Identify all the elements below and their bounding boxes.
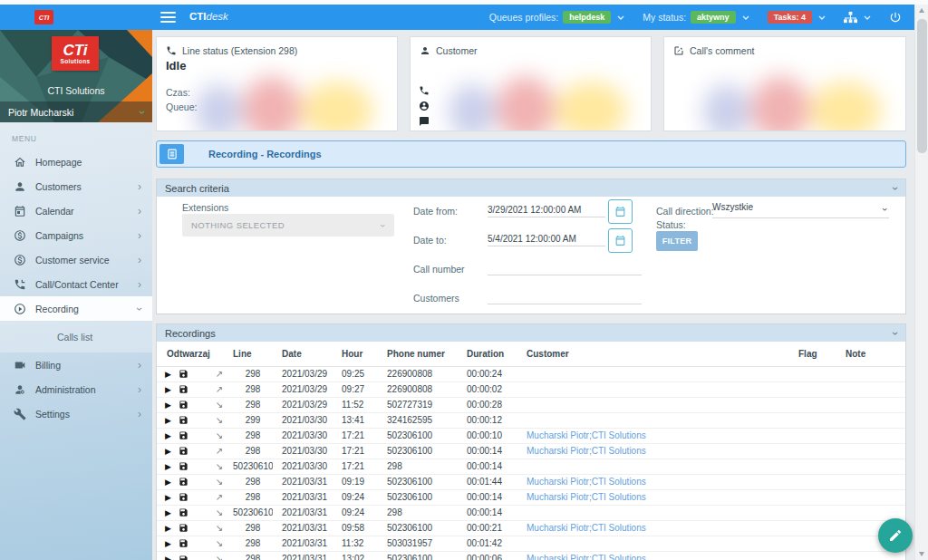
save-icon[interactable] xyxy=(179,461,188,471)
date-to-calendar-button[interactable] xyxy=(608,228,633,253)
chevron-down-icon[interactable] xyxy=(742,15,749,20)
play-button[interactable]: ▶ xyxy=(165,385,171,394)
play-button[interactable]: ▶ xyxy=(165,508,171,517)
cell-line: 298 xyxy=(233,443,273,459)
save-icon[interactable] xyxy=(179,523,188,533)
save-icon[interactable] xyxy=(179,369,188,379)
edit-fab-button[interactable] xyxy=(878,518,913,553)
call-direction-select[interactable]: Wszystkie › xyxy=(712,202,889,218)
save-icon[interactable] xyxy=(179,492,188,502)
save-icon[interactable] xyxy=(179,507,188,517)
call-number-input[interactable] xyxy=(488,261,642,275)
cell-date: 2021/03/31 xyxy=(273,536,338,551)
save-icon[interactable] xyxy=(179,415,188,425)
recording-row: ▶↘2982021/03/3109:5850230610000:00:21Muc… xyxy=(157,520,905,536)
recordings-header[interactable]: Recordings › xyxy=(157,324,905,342)
scroll-up-arrow[interactable] xyxy=(919,8,924,13)
call-direction-label: Call direction: xyxy=(656,206,714,217)
play-button[interactable]: ▶ xyxy=(165,416,171,425)
recording-row: ▶↗2982021/03/3017:2150230610000:00:14Muc… xyxy=(157,443,905,459)
cell-note xyxy=(846,397,905,412)
sidebar-item-call-contact-center[interactable]: Call/Contact Center› xyxy=(0,272,152,296)
cell-date: 2021/03/30 xyxy=(273,443,338,459)
cell-customer[interactable]: Mucharski Piotr;CTI Solutions xyxy=(521,428,791,443)
cell-phone: 324162595 xyxy=(380,412,458,428)
cell-customer[interactable]: Mucharski Piotr;CTI Solutions xyxy=(521,443,791,459)
save-icon[interactable] xyxy=(179,446,188,456)
date-to-input[interactable] xyxy=(488,232,605,246)
scrollbar-thumb[interactable] xyxy=(917,19,927,153)
date-from-calendar-button[interactable] xyxy=(608,199,633,224)
chevron-down-icon[interactable] xyxy=(818,15,826,20)
cell-line: 298 xyxy=(233,536,273,551)
cell-duration: 00:00:10 xyxy=(458,428,521,443)
page-scrollbar[interactable] xyxy=(914,5,928,560)
col-odtwarzaj: Odtwarzaj xyxy=(157,342,233,366)
sidebar-item-administration[interactable]: Administration› xyxy=(0,377,152,401)
date-from-input[interactable] xyxy=(488,203,605,217)
play-button[interactable]: ▶ xyxy=(165,478,171,487)
save-icon[interactable] xyxy=(179,400,188,410)
sidebar: CTi Solutions CTI Solutions Piotr Muchar… xyxy=(0,30,152,560)
inbound-call-arrow-icon: ↘ xyxy=(216,430,223,440)
power-icon[interactable] xyxy=(889,11,902,24)
sidebar-item-customers[interactable]: Customers› xyxy=(0,174,152,198)
cell-line: 298 xyxy=(233,474,273,489)
play-button[interactable]: ▶ xyxy=(165,447,171,456)
sidebar-item-calendar[interactable]: Calendar› xyxy=(0,198,152,223)
tasks-badge[interactable]: Tasks: 4 xyxy=(768,11,812,24)
queues-profile-badge[interactable]: helpdesk xyxy=(563,11,611,24)
sidebar-item-homepage[interactable]: Homepage xyxy=(0,150,152,174)
play-button[interactable]: ▶ xyxy=(165,462,171,471)
play-button[interactable]: ▶ xyxy=(165,555,171,560)
play-button[interactable]: ▶ xyxy=(165,370,171,379)
cell-customer[interactable]: Mucharski Piotr;CTI Solutions xyxy=(521,489,791,505)
cell-customer[interactable]: Mucharski Piotr;CTI Solutions xyxy=(521,520,791,536)
save-icon[interactable] xyxy=(179,554,188,560)
col-customer[interactable]: Customer xyxy=(521,342,791,366)
chevron-down-icon[interactable] xyxy=(864,15,871,20)
sidebar-item-billing[interactable]: Billing› xyxy=(0,352,152,377)
my-status-badge[interactable]: aktywny xyxy=(691,11,736,24)
sidebar-item-recording[interactable]: Recording› xyxy=(0,296,152,321)
scroll-down-arrow[interactable] xyxy=(919,552,924,556)
cell-duration: 00:00:06 xyxy=(458,551,521,560)
play-button[interactable]: ▶ xyxy=(165,493,171,502)
collapse-chevron-icon[interactable]: › xyxy=(889,332,902,335)
collapse-chevron-icon[interactable]: › xyxy=(889,187,902,190)
save-icon[interactable] xyxy=(179,538,188,548)
play-button[interactable]: ▶ xyxy=(165,539,171,548)
play-button[interactable]: ▶ xyxy=(165,401,171,410)
inbound-call-arrow-icon: ↘ xyxy=(216,554,223,560)
sitemap-icon[interactable] xyxy=(844,11,857,24)
search-criteria-header[interactable]: Search criteria › xyxy=(157,179,905,197)
chevron-down-icon: › xyxy=(880,208,891,211)
cell-duration: 00:00:28 xyxy=(458,397,521,412)
sidebar-item-customer-service[interactable]: Customer service› xyxy=(0,247,152,272)
outbound-call-arrow-icon: ↗ xyxy=(216,384,223,394)
cell-customer[interactable]: Mucharski Piotr;CTI Solutions xyxy=(521,474,791,489)
customers-input[interactable] xyxy=(488,290,642,304)
save-icon[interactable] xyxy=(179,384,188,394)
user-name: Piotr Mucharski xyxy=(8,107,140,118)
breadcrumb: Recording - Recordings xyxy=(156,140,906,168)
save-icon[interactable] xyxy=(179,430,188,440)
filter-button[interactable]: FILTER xyxy=(656,231,698,251)
sidebar-item-calls-list[interactable]: Calls list xyxy=(0,324,152,349)
save-icon[interactable] xyxy=(179,477,188,487)
play-button[interactable]: ▶ xyxy=(165,524,171,533)
sidebar-item-campaigns[interactable]: Campaigns› xyxy=(0,223,152,247)
menu-toggle-icon[interactable] xyxy=(160,12,176,23)
sidebar-item-label: Recording xyxy=(35,304,138,314)
play-button[interactable]: ▶ xyxy=(165,431,171,440)
chevron-right-icon: › xyxy=(138,255,141,266)
chevron-down-icon[interactable] xyxy=(617,15,624,20)
user-menu[interactable]: Piotr Mucharski › xyxy=(0,101,152,122)
billing-icon xyxy=(13,358,26,372)
cti-desk-app: CTI CTIdesk Queues profiles: helpdesk My… xyxy=(0,0,928,560)
sidebar-item-settings[interactable]: Settings› xyxy=(0,401,152,426)
sidebar-item-label: Calendar xyxy=(35,206,138,217)
cell-customer[interactable]: Mucharski Piotr;CTI Solutions xyxy=(521,551,791,560)
extensions-select[interactable]: NOTHING SELECTED › xyxy=(182,214,394,237)
call-center-icon xyxy=(13,277,26,291)
